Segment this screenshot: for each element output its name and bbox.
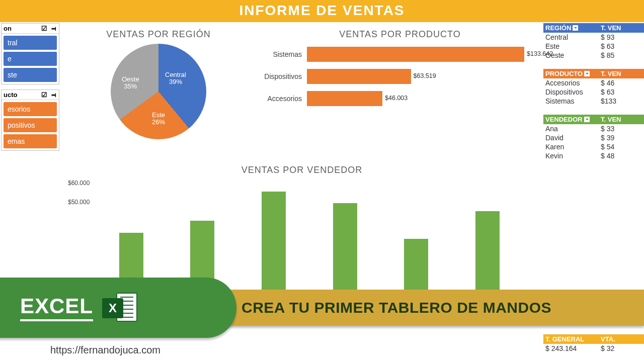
th-tven[interactable]: T. VEN	[601, 70, 642, 77]
chart-pie-region: VENTAS POR REGIÓN Central39% Este26% Oes…	[65, 25, 252, 156]
cell: $ 63	[601, 42, 642, 50]
slicer-item-sistemas[interactable]: emas	[4, 134, 57, 148]
dropdown-icon[interactable]	[584, 71, 590, 76]
col-karen	[262, 192, 286, 298]
cell: Sistemas	[545, 97, 601, 105]
ytick: $60.000	[68, 179, 93, 187]
cell: $ 46	[601, 79, 642, 87]
pie-label-oeste: Oeste35%	[122, 76, 139, 90]
col-david	[190, 221, 214, 298]
col-lucas	[404, 239, 428, 298]
xcat: Kevin	[337, 303, 353, 310]
dropdown-icon[interactable]	[584, 117, 590, 122]
th-tgeneral: T. GENERAL	[545, 335, 601, 343]
xcat: Karen	[263, 303, 281, 310]
cell: Central	[545, 33, 601, 41]
cell: Este	[545, 42, 601, 50]
pie-label-central: Central39%	[165, 71, 186, 86]
cell: $133	[601, 97, 642, 105]
cell: Kevin	[545, 152, 601, 160]
cell: $ 63	[601, 88, 642, 96]
slicer-item-oeste[interactable]: ste	[4, 68, 57, 82]
chart-title: VENTAS POR VENDEDOR	[65, 165, 538, 175]
table-producto: PRODUCTO T. VEN Accesorios$ 46 Dispositi…	[543, 69, 644, 106]
bar-cat: Dispositivos	[257, 72, 307, 80]
th-producto[interactable]: PRODUCTO	[545, 70, 583, 77]
bar-cat: Accesorios	[257, 95, 307, 103]
table-total: T. GENERAL VTA. $ 243.164$ 32	[543, 334, 644, 353]
overlay-url: https://fernandojuca.com	[50, 344, 160, 356]
bar-value: $63.519	[414, 72, 436, 79]
cell: $ 93	[601, 33, 642, 41]
table-region: REGIÓN T. VEN Central$ 93 Este$ 63 Oeste…	[543, 23, 644, 60]
col-kevin	[333, 203, 357, 298]
chart-column-vendedor: VENTAS POR VENDEDOR $60.000 $50.000 Ana …	[65, 161, 538, 342]
th-region[interactable]: REGIÓN	[545, 24, 571, 32]
cell: Ana	[545, 125, 601, 133]
cell: $ 32	[601, 344, 642, 352]
slicer-item-este[interactable]: e	[4, 52, 57, 66]
cell: Karen	[545, 143, 601, 151]
chart-bar-producto: VENTAS POR PRODUCTO Sistemas $133.642 Di…	[257, 25, 543, 156]
clear-filter-icon[interactable]: ⫤	[50, 92, 57, 99]
chart-title: VENTAS POR REGIÓN	[65, 29, 252, 40]
slicer-item-accesorios[interactable]: esorios	[4, 102, 57, 116]
dropdown-icon[interactable]	[573, 25, 578, 31]
col-ana	[119, 233, 143, 298]
page-title: INFORME DE VENTAS	[0, 0, 644, 22]
ytick: $50.000	[68, 199, 93, 206]
cell: Accesorios	[545, 79, 601, 87]
cell: $ 48	[601, 152, 642, 160]
slicer-region[interactable]: on ☑ ⫤ tral e ste	[1, 23, 59, 84]
col-sara	[475, 211, 500, 298]
cell: Dispositivos	[545, 88, 601, 96]
th-tven[interactable]: T. VEN	[601, 116, 642, 123]
slicer-producto-label: ucto	[4, 91, 17, 99]
xcat: Lucas	[409, 303, 426, 310]
bar-cat: Sistemas	[257, 50, 307, 58]
slicer-region-label: on	[4, 25, 12, 32]
xcat: Ana	[123, 303, 135, 310]
clear-filter-icon[interactable]: ⫤	[50, 25, 57, 32]
multiselect-icon[interactable]: ☑	[41, 92, 48, 99]
th-tven[interactable]: T. VEN	[601, 24, 642, 32]
slicer-item-central[interactable]: tral	[4, 36, 57, 50]
cell: Oeste	[545, 51, 601, 59]
slicer-producto[interactable]: ucto ☑ ⫤ esorios positivos emas	[1, 89, 59, 151]
cell: $ 243.164	[545, 344, 601, 352]
cell: $ 85	[601, 51, 642, 59]
cell: $ 39	[601, 134, 642, 142]
th-vendedor[interactable]: VENDEDOR	[545, 116, 583, 123]
chart-title: VENTAS POR PRODUCTO	[257, 29, 543, 40]
bar-value: $46.003	[385, 95, 408, 102]
xcat: Sara	[481, 303, 495, 310]
th-vta: VTA.	[601, 335, 642, 343]
cell: David	[545, 134, 601, 142]
table-vendedor: VENDEDOR T. VEN Ana$ 33 David$ 39 Karen$…	[543, 115, 644, 160]
xcat: David	[191, 303, 207, 310]
pie-label-este: Este26%	[152, 112, 165, 126]
cell: $ 33	[601, 125, 642, 133]
cell: $ 54	[601, 143, 642, 151]
slicer-item-dispositivos[interactable]: positivos	[4, 118, 57, 132]
multiselect-icon[interactable]: ☑	[41, 25, 48, 32]
